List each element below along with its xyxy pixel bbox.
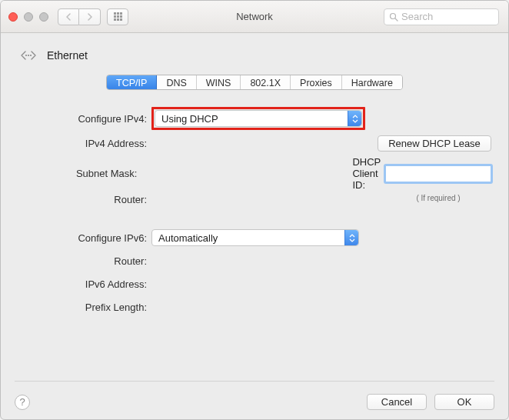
tab-8021x[interactable]: 802.1X [241, 75, 291, 89]
footer-divider [15, 381, 494, 382]
search-placeholder: Search [401, 11, 433, 22]
svg-point-3 [28, 55, 29, 56]
show-all-button[interactable] [107, 8, 128, 25]
preferences-window: Network Search Ethernet TCP/IP DNS WINS [0, 0, 509, 420]
tab-bar: TCP/IP DNS WINS 802.1X Proxies Hardware [15, 75, 494, 90]
configure-ipv6-label: Configure IPv6: [18, 232, 151, 244]
tab-hardware[interactable]: Hardware [342, 75, 402, 89]
ipv4-router-label: Router: [18, 194, 151, 205]
tab-wins[interactable]: WINS [197, 75, 241, 89]
configure-ipv4-value: Using DHCP [161, 113, 218, 125]
configure-ipv4-select[interactable]: Using DHCP [155, 110, 362, 127]
prefix-length-label: Prefix Length: [18, 302, 151, 313]
svg-line-1 [395, 18, 398, 21]
tab-proxies[interactable]: Proxies [291, 75, 342, 89]
configure-ipv4-label: Configure IPv4: [18, 113, 151, 125]
forward-button[interactable] [79, 8, 101, 25]
help-button[interactable]: ? [15, 395, 30, 410]
grid-icon [114, 12, 122, 21]
dhcp-client-id-input[interactable] [385, 165, 491, 182]
tab-dns[interactable]: DNS [157, 75, 196, 89]
svg-point-4 [30, 55, 32, 56]
close-window-button[interactable] [8, 12, 18, 22]
zoom-window-button[interactable] [39, 12, 48, 22]
ipv4-address-label: IPv4 Address: [18, 138, 151, 149]
select-stepper-icon [348, 111, 361, 126]
tab-tcpip[interactable]: TCP/IP [107, 75, 157, 89]
dhcp-client-id-label: DHCP Client ID: [352, 156, 381, 191]
configure-ipv4-highlight: Using DHCP [151, 107, 365, 130]
ethernet-icon [18, 47, 39, 64]
tabs: TCP/IP DNS WINS 802.1X Proxies Hardware [106, 75, 403, 90]
tcpip-form: Configure IPv4: Using DHCP [15, 105, 494, 381]
interface-header: Ethernet [15, 47, 494, 64]
configure-ipv6-select[interactable]: Automatically [151, 229, 359, 246]
subnet-mask-label: Subnet Mask: [18, 168, 141, 179]
titlebar: Network Search [1, 1, 508, 33]
ipv6-address-label: IPv6 Address: [18, 278, 151, 290]
nav-back-forward [58, 8, 101, 25]
ok-button[interactable]: OK [434, 394, 494, 410]
content-area: Ethernet TCP/IP DNS WINS 802.1X Proxies … [1, 33, 508, 419]
renew-dhcp-button[interactable]: Renew DHCP Lease [378, 135, 491, 152]
interface-name: Ethernet [47, 49, 88, 62]
search-icon [389, 12, 398, 22]
ipv6-router-label: Router: [18, 255, 151, 267]
svg-point-2 [25, 55, 27, 56]
configure-ipv6-value: Automatically [158, 232, 218, 244]
minimize-window-button[interactable] [24, 12, 33, 22]
dhcp-client-id-hint: ( If required ) [385, 194, 491, 202]
svg-point-0 [391, 13, 396, 18]
search-field[interactable]: Search [384, 8, 499, 25]
traffic-lights [8, 12, 48, 22]
cancel-button[interactable]: Cancel [367, 394, 427, 410]
footer: ? Cancel OK [15, 388, 494, 410]
select-stepper-icon [344, 230, 358, 245]
back-button[interactable] [58, 8, 79, 25]
